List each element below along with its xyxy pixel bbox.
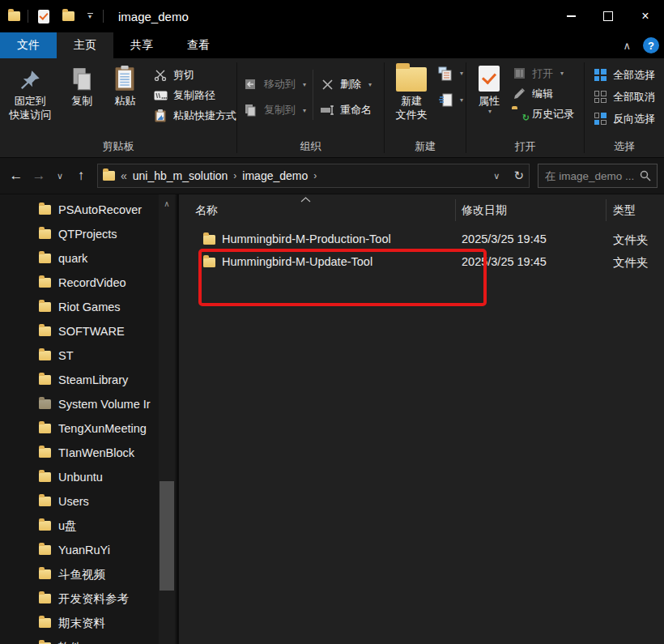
select-all-icon xyxy=(593,69,607,81)
file-row-update-tool[interactable]: Hummingbird-M-Update-Tool 2025/3/25 19:4… xyxy=(179,251,664,274)
sidebar-item-tengxunmeeting[interactable]: TengXunMeeting xyxy=(0,416,177,441)
navigation-pane: PSAutoRecover QTProjects quark RecordVid… xyxy=(0,194,177,644)
forward-button[interactable]: → xyxy=(28,168,50,184)
app-folder-icon xyxy=(8,11,20,21)
folder-icon xyxy=(39,229,51,239)
folder-icon xyxy=(39,326,51,336)
move-to-button[interactable]: 移动到 ▾ xyxy=(244,71,306,97)
back-button[interactable]: ← xyxy=(5,168,28,184)
refresh-icon[interactable]: ↻ xyxy=(507,168,524,183)
breadcrumb-segment[interactable]: image_demo xyxy=(242,169,308,182)
search-icon[interactable] xyxy=(640,170,651,181)
window-title: image_demo xyxy=(118,10,189,23)
new-item-button[interactable]: ▾ xyxy=(438,63,463,83)
rename-button[interactable]: 重命名 xyxy=(320,97,372,123)
sidebar-item-quark[interactable]: quark xyxy=(0,246,177,271)
properties-button[interactable]: 属性 ▾ xyxy=(466,58,512,115)
collapse-ribbon-icon[interactable]: ∧ xyxy=(623,40,631,52)
rename-icon xyxy=(320,105,334,115)
sidebar-scrollbar[interactable]: ∧ xyxy=(159,194,175,644)
invert-selection-button[interactable]: 反向选择 xyxy=(593,108,655,130)
folder-icon xyxy=(39,254,51,263)
delete-button[interactable]: 删除 ▾ xyxy=(320,71,372,97)
column-header-date[interactable]: 修改日期 xyxy=(462,203,507,218)
sidebar-item-st[interactable]: ST xyxy=(0,343,177,368)
chevron-down-icon: ▾ xyxy=(560,70,564,77)
search-box[interactable] xyxy=(538,164,658,188)
sidebar-item-dev-reference[interactable]: 开发资料参考 xyxy=(0,586,177,611)
tab-share[interactable]: 共享 xyxy=(113,32,170,58)
sidebar-item-riot-games[interactable]: Riot Games xyxy=(0,295,177,319)
paste-button[interactable]: 粘贴 xyxy=(104,58,147,108)
open-button[interactable]: 打开 ▾ xyxy=(512,63,574,83)
chevron-down-icon: ▾ xyxy=(460,70,463,77)
address-dropdown-icon[interactable]: ∨ xyxy=(493,171,500,181)
pin-to-quick-access-button[interactable]: 固定到 快速访问 xyxy=(0,58,61,122)
address-bar[interactable]: « uni_hb_m_solution › image_demo › ∨ ↻ xyxy=(97,164,530,188)
easy-access-icon xyxy=(438,93,453,107)
sidebar-item-recordvideo[interactable]: RecordVideo xyxy=(0,271,177,295)
tab-file[interactable]: 文件 xyxy=(0,32,57,58)
pin-icon xyxy=(19,62,41,92)
sidebar-item-qtprojects[interactable]: QTProjects xyxy=(0,222,177,246)
crumb-separator-icon[interactable]: › xyxy=(233,170,236,181)
copy-to-button[interactable]: 复制到 ▾ xyxy=(244,97,306,123)
sidebar-item-users[interactable]: Users xyxy=(0,489,177,514)
sidebar-item-steamlibrary[interactable]: SteamLibrary xyxy=(0,368,177,392)
close-button[interactable]: × xyxy=(627,0,664,32)
scissors-icon xyxy=(153,70,168,81)
qat-new-folder-button[interactable] xyxy=(60,8,76,24)
column-resize-handle[interactable] xyxy=(606,199,607,221)
easy-access-button[interactable]: ▾ xyxy=(438,90,463,110)
group-label-select: 选择 xyxy=(585,139,664,157)
scroll-up-icon[interactable]: ∧ xyxy=(159,199,175,208)
copy-button[interactable]: 复制 xyxy=(61,58,104,108)
copy-icon xyxy=(70,62,93,92)
path-icon xyxy=(153,91,168,100)
qat-properties-button[interactable] xyxy=(36,8,52,24)
cut-button[interactable]: 剪切 xyxy=(153,65,236,85)
history-button[interactable]: ↻ 历史记录 xyxy=(512,104,574,124)
crumb-separator-icon[interactable]: › xyxy=(313,170,317,181)
new-folder-button[interactable]: 新建 文件夹 xyxy=(385,58,438,122)
breadcrumb-segment[interactable]: uni_hb_m_solution xyxy=(133,169,228,182)
sidebar-item-software-cn[interactable]: 软件 xyxy=(0,635,177,644)
edit-button[interactable]: 编辑 xyxy=(512,83,574,104)
ribbon-group-new: 新建 文件夹 ▾ ▾ xyxy=(385,58,466,157)
minimize-button[interactable] xyxy=(552,0,590,32)
help-icon[interactable]: ? xyxy=(643,37,659,53)
new-item-icon xyxy=(438,66,453,81)
file-row-production-tool[interactable]: Hummingbird-M-Production-Tool 2025/3/25 … xyxy=(179,228,664,251)
maximize-button[interactable] xyxy=(590,0,627,32)
recent-locations-button[interactable]: ∨ xyxy=(50,171,70,181)
chevron-down-icon: ▾ xyxy=(303,107,306,114)
select-all-button[interactable]: 全部选择 xyxy=(593,64,655,86)
group-label-organize: 组织 xyxy=(237,139,384,157)
sidebar-item-tianwenblock[interactable]: TIanWenBlock xyxy=(0,441,177,465)
paste-shortcut-button[interactable]: 粘贴快捷方式 xyxy=(153,105,236,126)
sidebar-item-unbuntu[interactable]: Unbuntu xyxy=(0,465,177,489)
sidebar-item-final-materials[interactable]: 期末资料 xyxy=(0,611,177,635)
copy-path-button[interactable]: 复制路径 xyxy=(153,85,236,105)
qat-customize-button[interactable]: ▾ xyxy=(84,13,96,19)
chevron-down-icon: ▾ xyxy=(303,81,306,88)
tab-view[interactable]: 查看 xyxy=(170,32,227,58)
folder-icon xyxy=(39,278,51,288)
sidebar-item-upan[interactable]: u盘 xyxy=(0,514,177,538)
scrollbar-thumb[interactable] xyxy=(160,481,174,591)
select-none-button[interactable]: 全部取消 xyxy=(593,86,655,108)
up-button[interactable]: ↑ xyxy=(70,168,92,184)
titlebar-separator xyxy=(103,10,104,23)
sidebar-item-software[interactable]: SOFTWARE xyxy=(0,319,177,343)
sidebar-item-psautorecover[interactable]: PSAutoRecover xyxy=(0,198,177,222)
column-header-name[interactable]: 名称 xyxy=(195,203,218,218)
search-input[interactable] xyxy=(538,170,640,182)
sidebar-item-yuanruyi[interactable]: YuanRuYi xyxy=(0,538,177,562)
tab-home[interactable]: 主页 xyxy=(57,32,113,58)
column-resize-handle[interactable] xyxy=(455,199,456,221)
chevron-down-icon: ▾ xyxy=(488,108,492,115)
column-header-type[interactable]: 类型 xyxy=(613,203,636,218)
crumb-overflow[interactable]: « xyxy=(121,169,127,182)
sidebar-item-system-volume[interactable]: System Volume Ir xyxy=(0,392,177,416)
sidebar-item-douyu-video[interactable]: 斗鱼视频 xyxy=(0,562,177,586)
